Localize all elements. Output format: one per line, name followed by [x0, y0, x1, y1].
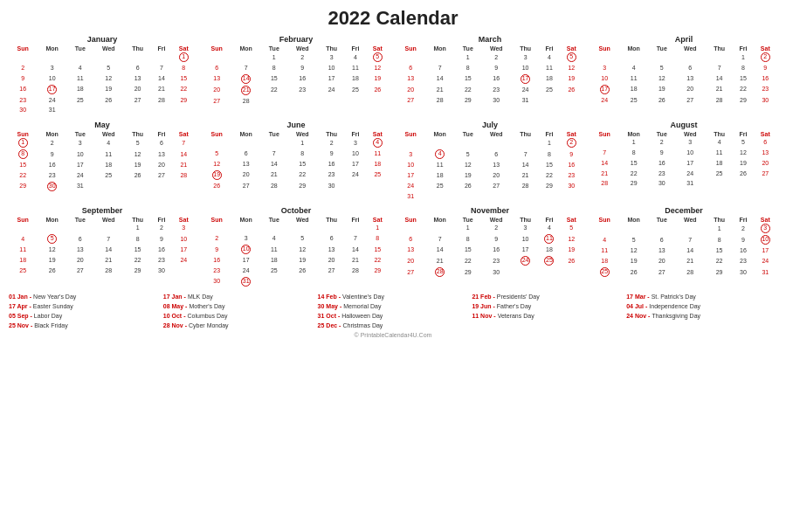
cal-day: 24	[172, 255, 196, 266]
cal-day: 5	[287, 233, 318, 244]
cal-day	[345, 96, 365, 107]
holiday-item: 14 Feb - Valentine's Day	[318, 293, 469, 301]
month-title: February	[203, 35, 390, 44]
cal-day: 10	[67, 149, 93, 160]
month-august: AugustSunMonTueWedThuFriSat1234567891011…	[590, 121, 777, 201]
cal-day	[345, 181, 365, 191]
cal-day: 14	[261, 159, 287, 169]
cal-day: 3	[590, 63, 618, 73]
cal-day: 24	[512, 85, 539, 95]
cal-day: 24	[754, 256, 777, 266]
cal-day: 30	[481, 266, 512, 278]
cal-day: 26	[93, 95, 124, 106]
cal-day	[318, 96, 345, 107]
cal-day	[424, 52, 455, 63]
holiday-col: 17 Mar - St. Patrick's Day04 Jul - Indep…	[626, 293, 777, 329]
cal-day: 1	[9, 137, 37, 149]
cal-day: 24	[231, 266, 261, 276]
cal-day	[345, 276, 365, 287]
cal-day: 21	[424, 255, 455, 266]
cal-day: 25	[9, 266, 37, 276]
cal-day: 6	[151, 137, 171, 149]
cal-day	[366, 181, 390, 191]
cal-day: 9	[560, 149, 583, 160]
cal-day	[424, 137, 455, 149]
cal-day	[203, 223, 231, 233]
cal-day: 13	[396, 245, 424, 255]
cal-day: 27	[203, 96, 231, 107]
cal-day: 22	[287, 169, 318, 181]
cal-day	[512, 191, 539, 202]
cal-day: 29	[618, 178, 649, 189]
cal-day: 27	[675, 95, 706, 106]
cal-day: 15	[9, 160, 37, 170]
cal-day: 31	[231, 276, 261, 287]
holiday-date: 17 Jan -	[163, 293, 186, 301]
cal-day: 6	[318, 233, 345, 244]
holiday-date: 25 Nov -	[9, 321, 32, 329]
cal-day: 28	[151, 95, 171, 106]
cal-day	[172, 105, 196, 115]
cal-table: SunMonTueWedThuFriSat1234567891011121314…	[9, 217, 196, 275]
cal-day	[9, 223, 37, 233]
cal-day: 25	[366, 169, 390, 181]
holiday-date: 30 May -	[318, 302, 342, 310]
cal-day: 7	[231, 63, 261, 73]
holiday-name: Memorial Day	[343, 302, 381, 310]
cal-table: SunMonTueWedThuFriSat1234567891011121314…	[590, 217, 777, 278]
cal-day: 3	[345, 137, 365, 149]
cal-day: 12	[560, 63, 583, 73]
cal-day: 21	[675, 256, 706, 266]
cal-day: 5	[560, 223, 583, 233]
cal-day: 27	[124, 95, 151, 106]
cal-day: 28	[261, 181, 287, 191]
cal-day	[261, 96, 287, 107]
cal-day	[560, 95, 583, 106]
holiday-name: Mother's Day	[189, 302, 224, 310]
cal-day: 29	[172, 95, 196, 106]
cal-day: 13	[231, 159, 261, 169]
cal-day: 3	[318, 52, 345, 63]
cal-day	[151, 52, 171, 63]
cal-day: 15	[261, 73, 287, 85]
cal-day	[512, 137, 539, 149]
cal-day: 3	[231, 233, 261, 244]
cal-day	[481, 191, 512, 202]
cal-day: 19	[618, 256, 649, 266]
holiday-name: Valentine's Day	[342, 293, 384, 301]
cal-day: 7	[590, 148, 618, 158]
cal-day	[675, 223, 706, 234]
holiday-item: 30 May - Memorial Day	[318, 302, 469, 310]
cal-day: 27	[396, 266, 424, 278]
cal-day: 11	[67, 73, 93, 84]
cal-day: 3	[512, 223, 539, 233]
cal-day: 11	[9, 245, 37, 255]
cal-day: 27	[151, 170, 171, 181]
cal-day: 12	[287, 244, 318, 255]
cal-day: 24	[590, 95, 618, 106]
cal-day: 2	[151, 223, 171, 233]
cal-day: 21	[172, 160, 196, 170]
cal-day: 29	[706, 266, 733, 278]
cal-day: 22	[455, 255, 481, 266]
cal-day: 17	[754, 245, 777, 256]
cal-day	[396, 223, 424, 233]
cal-day: 20	[481, 170, 512, 181]
cal-day: 19	[366, 73, 390, 85]
cal-day: 18	[9, 255, 37, 266]
holiday-item: 08 May - Mother's Day	[163, 302, 314, 310]
cal-day: 1	[733, 52, 753, 63]
cal-day: 26	[366, 85, 390, 96]
holiday-item: 10 Oct - Columbus Day	[163, 312, 314, 320]
cal-day: 27	[481, 181, 512, 191]
cal-day: 9	[203, 244, 231, 255]
cal-day: 1	[261, 52, 287, 63]
cal-day: 12	[455, 160, 481, 170]
cal-day: 26	[287, 266, 318, 276]
cal-day	[706, 178, 733, 189]
cal-day: 7	[172, 137, 196, 149]
cal-day: 4	[539, 223, 559, 233]
cal-day: 1	[287, 137, 318, 149]
cal-day: 19	[560, 245, 583, 255]
cal-day: 16	[318, 159, 345, 169]
